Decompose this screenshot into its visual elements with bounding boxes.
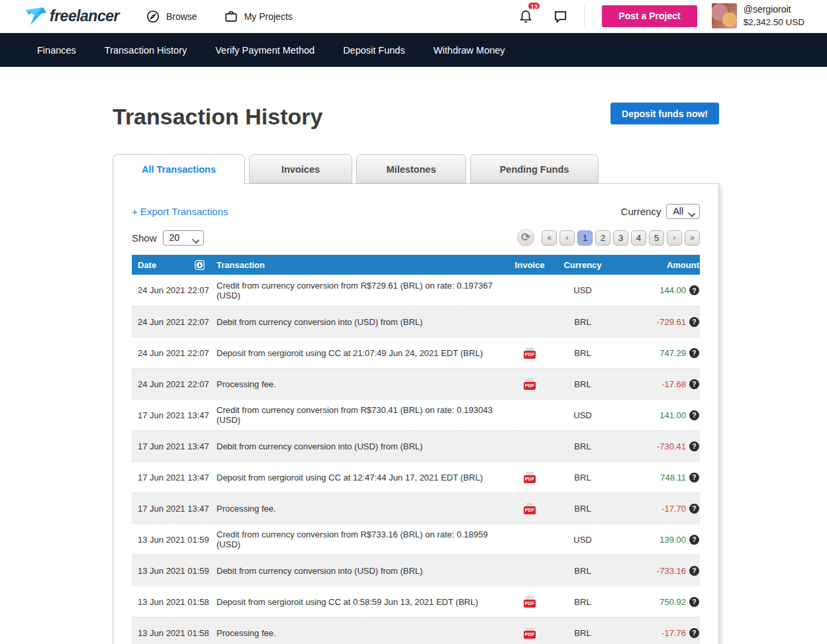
table-row: 24 Jun 2021 22:07Deposit from sergioroit… [132, 337, 700, 368]
avatar[interactable] [712, 3, 737, 28]
help-icon[interactable]: ? [689, 410, 699, 420]
cell-date: 24 Jun 2021 22:07 [132, 348, 217, 358]
subnav-item-finances[interactable]: Finances [37, 45, 76, 56]
show-per-page-select[interactable]: 20 [163, 230, 204, 246]
refresh-button[interactable]: ⟳ [517, 229, 534, 246]
cell-amount: 750.92? [612, 597, 700, 607]
cell-invoice: PDF [507, 472, 553, 483]
top-header: freelancer Browse My Projects [0, 0, 827, 33]
cell-date: 17 Jun 2021 13:47 [132, 410, 217, 420]
cell-amount: -17.76? [612, 628, 700, 638]
tab-pending-funds[interactable]: Pending Funds [470, 154, 599, 183]
cell-amount: -17.68? [612, 379, 700, 389]
page-button-5[interactable]: 5 [649, 230, 664, 246]
freelancer-bird-icon [24, 6, 48, 27]
cell-transaction: Deposit from sergioroit using CC at 21:0… [217, 348, 507, 358]
page-button-4[interactable]: 4 [631, 230, 646, 246]
amount-value: 750.92 [659, 597, 686, 607]
subnav-item-transaction-history[interactable]: Transaction History [105, 45, 187, 56]
page-nav-button[interactable]: ‹ [559, 230, 575, 246]
column-header-amount[interactable]: Amount [612, 260, 700, 270]
page-button-1[interactable]: 1 [577, 230, 593, 246]
pdf-label: PDF [524, 600, 536, 608]
amount-value: 141.00 [659, 410, 686, 420]
logo-text: freelancer [50, 7, 119, 25]
pdf-invoice-icon[interactable]: PDF [524, 627, 536, 639]
cell-transaction: Processing fee. [217, 504, 507, 514]
compass-icon [146, 9, 160, 24]
help-icon[interactable]: ? [689, 379, 699, 389]
amount-value: -17.68 [661, 379, 686, 389]
cell-transaction: Deposit from sergioroit using CC at 12:4… [217, 473, 507, 483]
cell-amount: 748.11? [612, 473, 700, 483]
messages-button[interactable] [553, 9, 568, 24]
user-info[interactable]: @sergioroit $2,342.50 USD [744, 3, 804, 28]
help-icon[interactable]: ? [689, 285, 699, 295]
cell-currency: BRL [553, 597, 612, 607]
transaction-tabs: All TransactionsInvoicesMilestonesPendin… [113, 154, 719, 184]
tab-milestones[interactable]: Milestones [356, 154, 466, 183]
cell-currency: USD [553, 285, 612, 295]
cell-transaction: Processing fee. [217, 379, 507, 389]
help-icon[interactable]: ? [689, 535, 699, 545]
currency-select[interactable]: All [666, 204, 700, 219]
help-icon[interactable]: ? [689, 628, 699, 638]
amount-value: 748.11 [660, 473, 686, 483]
amount-value: -729.61 [657, 317, 686, 327]
cell-invoice: PDF [507, 627, 553, 639]
cell-amount: -733.16? [612, 566, 700, 576]
page-nav-button[interactable]: « [542, 230, 557, 246]
pagination: ⟳ «‹12345›» [517, 229, 700, 246]
column-header-currency[interactable]: Currency [553, 260, 612, 270]
cell-currency: BRL [553, 317, 612, 327]
cell-date: 13 Jun 2021 01:59 [132, 566, 217, 576]
column-header-invoice[interactable]: Invoice [507, 260, 553, 270]
cell-transaction: Deposit from sergioroit using CC at 0:58… [217, 597, 507, 607]
pdf-invoice-icon[interactable]: PDF [524, 379, 536, 390]
help-icon[interactable]: ? [689, 441, 699, 451]
column-header-date[interactable]: Date [138, 260, 156, 270]
help-icon[interactable]: ? [689, 317, 699, 327]
help-icon[interactable]: ? [689, 473, 699, 483]
post-a-project-button[interactable]: Post a Project [602, 5, 697, 27]
cell-currency: USD [553, 535, 612, 545]
subnav-item-verify-payment-method[interactable]: Verify Payment Method [215, 45, 315, 56]
browse-menu[interactable]: Browse [146, 9, 197, 24]
amount-value: -17.70 [661, 504, 686, 514]
export-transactions-link[interactable]: + Export Transactions [132, 206, 228, 217]
tab-invoices[interactable]: Invoices [249, 154, 352, 183]
page-nav-button[interactable]: › [667, 230, 682, 246]
tab-all-transactions[interactable]: All Transactions [113, 154, 245, 184]
pdf-label: PDF [524, 506, 536, 514]
pdf-label: PDF [524, 382, 536, 390]
pdf-invoice-icon[interactable]: PDF [524, 503, 536, 514]
deposit-funds-now-button[interactable]: Deposit funds now! [610, 103, 719, 124]
table-row: 24 Jun 2021 22:07Debit from currency con… [132, 306, 700, 337]
help-icon[interactable]: ? [689, 566, 699, 576]
cell-date: 17 Jun 2021 13:47 [132, 473, 217, 483]
sort-descending-icon[interactable] [195, 260, 205, 270]
table-row: 24 Jun 2021 22:07Credit from currency co… [132, 275, 700, 306]
subnav-item-withdraw-money[interactable]: Withdraw Money [434, 45, 505, 56]
page-button-3[interactable]: 3 [613, 230, 628, 246]
cell-invoice: PDF [507, 503, 553, 514]
table-row: 13 Jun 2021 01:59Debit from currency con… [132, 555, 700, 586]
help-icon[interactable]: ? [689, 504, 699, 514]
amount-value: 139.00 [659, 535, 686, 545]
freelancer-logo[interactable]: freelancer [24, 6, 119, 27]
pdf-invoice-icon[interactable]: PDF [524, 472, 536, 483]
cell-transaction: Processing fee. [217, 628, 507, 638]
page-nav-button[interactable]: » [685, 230, 700, 246]
page-button-2[interactable]: 2 [595, 230, 610, 246]
my-projects-menu[interactable]: My Projects [224, 9, 293, 24]
notifications-button[interactable]: 12 [518, 8, 533, 24]
column-header-transaction[interactable]: Transaction [217, 260, 507, 270]
cell-transaction: Debit from currency conversion into (USD… [217, 441, 507, 451]
pdf-invoice-icon[interactable]: PDF [524, 596, 536, 608]
table-row: 17 Jun 2021 13:47Credit from currency co… [132, 399, 700, 430]
help-icon[interactable]: ? [689, 348, 699, 358]
help-icon[interactable]: ? [689, 597, 699, 607]
pdf-invoice-icon[interactable]: PDF [524, 347, 536, 359]
subnav-item-deposit-funds[interactable]: Deposit Funds [343, 45, 405, 56]
cell-date: 13 Jun 2021 01:58 [132, 597, 217, 607]
